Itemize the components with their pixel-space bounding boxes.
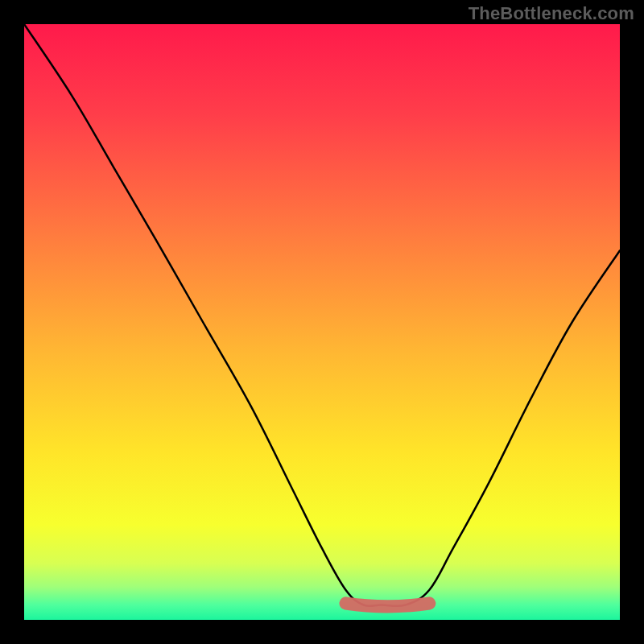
curve-layer [24, 24, 620, 620]
plot-area [24, 24, 620, 620]
bottleneck-curve [24, 24, 620, 606]
outer-frame: TheBottleneck.com [0, 0, 644, 644]
watermark-text: TheBottleneck.com [469, 3, 634, 24]
valley-marker [346, 604, 430, 607]
